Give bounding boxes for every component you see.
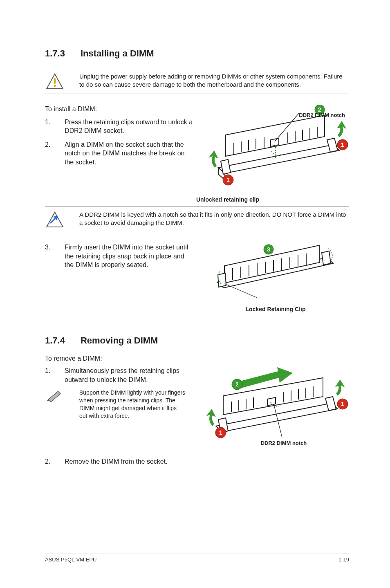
step-number: 1. [45, 118, 53, 135]
badge-1-left: 1 [226, 177, 230, 183]
section-title: Removing a DIMM [81, 335, 158, 346]
page-footer: ASUS P5QL-VM EPU 1-19 [45, 554, 349, 563]
notch-label: DDR2 DIMM notch [299, 112, 345, 118]
badge-2: 2 [235, 381, 239, 388]
badge-1-right: 1 [341, 401, 344, 407]
step-number: 2. [45, 140, 53, 167]
section-heading-174: 1.7.4 Removing a DIMM [45, 335, 349, 346]
section-title: Installing a DIMM [81, 48, 154, 59]
step-number: 1. [45, 366, 53, 384]
footer-product: ASUS P5QL-VM EPU [45, 557, 96, 563]
svg-line-27 [224, 284, 257, 298]
step-text: Remove the DIMM from the socket. [65, 458, 349, 465]
remove-step-1: 1. Simultaneously press the retaining cl… [45, 366, 193, 384]
note-row: Support the DIMM lightly with your finge… [45, 389, 193, 420]
step-text: Press the retaining clips outward to unl… [65, 118, 193, 135]
step-text: Simultaneously press the retaining clips… [65, 366, 193, 384]
dimm-insert-diagram: 3 [208, 243, 343, 304]
fig1-caption: Unlocked retaining clip [106, 196, 349, 203]
dimm-remove-diagram: 2 [202, 366, 349, 448]
section-number: 1.7.3 [45, 48, 65, 59]
svg-rect-0 [54, 78, 56, 84]
caution-text: A DDR2 DIMM is keyed with a notch so tha… [79, 211, 349, 227]
caution-arrow-icon [46, 211, 64, 228]
install-step-1: 1. Press the retaining clips outward to … [45, 118, 193, 135]
install-intro: To install a DIMM: [45, 105, 193, 114]
step-text: Align a DIMM on the socket such that the… [65, 140, 193, 167]
install-step-2: 2. Align a DIMM on the socket such that … [45, 140, 193, 167]
fig2-caption: Locked Retaining Clip [245, 306, 305, 312]
footer-page: 1-19 [338, 557, 349, 563]
step-text: Firmly insert the DIMM into the socket u… [65, 243, 193, 269]
warning-callout: Unplug the power supply before adding or… [45, 68, 349, 94]
warning-text: Unplug the power supply before adding or… [79, 72, 349, 89]
badge-1-left: 1 [219, 429, 222, 436]
dimm-unlock-diagram: 2 1 1 DDR2 DIMM notch [202, 105, 349, 191]
remove-intro: To remove a DIMM: [45, 355, 349, 362]
note-text: Support the DIMM lightly with your finge… [79, 389, 186, 420]
pencil-note-icon [46, 389, 64, 402]
caution-callout: A DDR2 DIMM is keyed with a notch so tha… [45, 206, 349, 232]
section-number: 1.7.4 [45, 335, 65, 346]
install-step-3: 3. Firmly insert the DIMM into the socke… [45, 243, 193, 269]
svg-point-1 [54, 85, 56, 87]
remove-step-2: 2. Remove the DIMM from the socket. [45, 458, 349, 465]
badge-3: 3 [267, 246, 270, 253]
badge-1-right: 1 [341, 141, 344, 148]
warning-icon [46, 73, 64, 90]
step-number: 2. [45, 458, 53, 465]
section-heading-173: 1.7.3 Installing a DIMM [45, 48, 349, 59]
fig3-label: DDR2 DIMM notch [261, 440, 307, 446]
step-number: 3. [45, 243, 53, 269]
